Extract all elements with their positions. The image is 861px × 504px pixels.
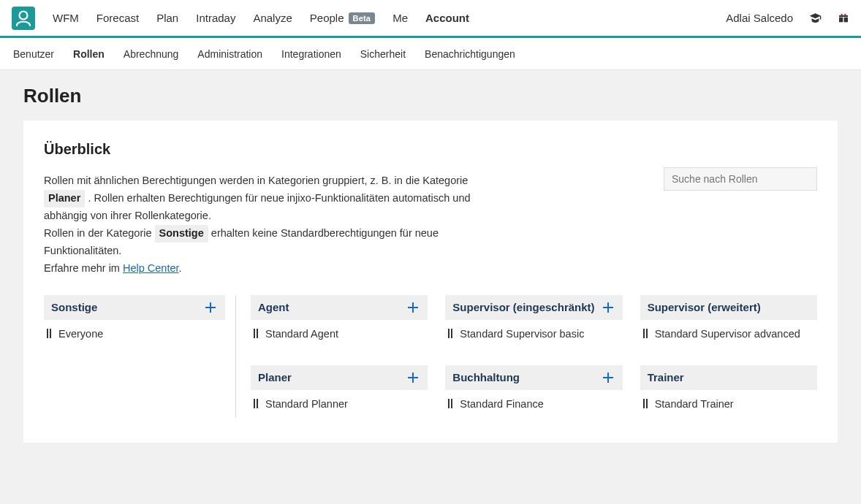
user-name[interactable]: Adlai Salcedo <box>726 12 793 24</box>
account-subnav: Benutzer Rollen Abrechnung Administratio… <box>0 38 861 70</box>
svg-rect-3 <box>839 15 848 17</box>
subnav-integrations[interactable]: Integrationen <box>281 48 341 60</box>
category-agent: Agent Standard Agent <box>251 295 428 348</box>
beta-badge: Beta <box>349 12 376 24</box>
nav-people[interactable]: People Beta <box>310 12 375 24</box>
role-item[interactable]: Standard Finance <box>445 390 622 418</box>
add-role-button[interactable] <box>406 370 420 385</box>
subnav-label: Administration <box>197 48 262 60</box>
logo-icon <box>12 7 35 30</box>
nav-account[interactable]: Account <box>425 12 469 24</box>
role-name: Everyone <box>58 328 103 340</box>
category-supervisor-basic: Supervisor (eingeschränkt) Standard Supe… <box>445 295 622 348</box>
subnav-security[interactable]: Sicherheit <box>360 48 406 60</box>
category-header: Buchhaltung <box>445 365 622 390</box>
gift-icon[interactable] <box>838 12 849 24</box>
drag-handle-icon[interactable] <box>643 329 648 338</box>
subnav-users[interactable]: Benutzer <box>13 48 54 60</box>
user-block: Adlai Salcedo <box>726 12 849 24</box>
overview-description: Rollen mit ähnlichen Berechtigungen werd… <box>44 172 490 278</box>
nav-plan[interactable]: Plan <box>156 12 178 24</box>
nav-analyze[interactable]: Analyze <box>253 12 292 24</box>
category-header: Sonstige <box>44 295 225 320</box>
nav-intraday[interactable]: Intraday <box>196 12 235 24</box>
help-center-link[interactable]: Help Center <box>123 262 179 274</box>
svg-point-0 <box>20 11 28 19</box>
category-title: Buchhaltung <box>452 371 520 383</box>
category-title: Agent <box>258 301 289 313</box>
role-item[interactable]: Standard Supervisor advanced <box>640 320 817 348</box>
subnav-label: Sicherheit <box>360 48 406 60</box>
category-header: Planer <box>251 365 428 390</box>
drag-handle-icon[interactable] <box>643 399 648 408</box>
nav-label: Forecast <box>96 12 139 24</box>
nav-label: Intraday <box>196 12 235 24</box>
category-header: Supervisor (eingeschränkt) <box>445 295 622 320</box>
nav-label: People <box>310 12 344 24</box>
nav-wfm[interactable]: WFM <box>53 12 79 24</box>
plus-icon <box>603 373 613 383</box>
overview-title: Überblick <box>44 141 664 158</box>
page-content: Rollen Überblick Rollen mit ähnlichen Be… <box>0 70 861 472</box>
drag-handle-icon[interactable] <box>47 329 51 338</box>
role-name: Standard Trainer <box>655 398 734 410</box>
subnav-label: Integrationen <box>281 48 341 60</box>
role-name: Standard Supervisor basic <box>460 328 584 340</box>
subnav-label: Rollen <box>73 48 105 60</box>
category-trainer: Trainer Standard Trainer <box>640 365 817 418</box>
add-role-button[interactable] <box>203 300 218 315</box>
drag-handle-icon[interactable] <box>254 329 258 338</box>
subnav-roles[interactable]: Rollen <box>73 48 105 60</box>
nav-label: Analyze <box>253 12 292 24</box>
role-name: Standard Planner <box>265 398 348 410</box>
subnav-notifications[interactable]: Benachrichtigungen <box>425 48 515 60</box>
subnav-billing[interactable]: Abrechnung <box>124 48 179 60</box>
svg-point-4 <box>841 13 843 15</box>
nav-label: Plan <box>156 12 178 24</box>
role-item[interactable]: Standard Supervisor basic <box>445 320 622 348</box>
category-header: Supervisor (erweitert) <box>640 295 817 320</box>
search-roles-input[interactable] <box>664 167 817 191</box>
subnav-label: Abrechnung <box>124 48 179 60</box>
plus-icon <box>205 302 216 313</box>
role-item[interactable]: Standard Planner <box>251 390 428 418</box>
category-title: Supervisor (eingeschränkt) <box>452 301 594 313</box>
drag-handle-icon[interactable] <box>448 329 452 338</box>
subnav-administration[interactable]: Administration <box>197 48 262 60</box>
nav-forecast[interactable]: Forecast <box>96 12 139 24</box>
top-app-bar: WFM Forecast Plan Intraday Analyze Peopl… <box>0 0 861 38</box>
subnav-label: Benachrichtigungen <box>425 48 515 60</box>
desc-text: Rollen in der Kategorie <box>44 227 155 239</box>
page-title: Rollen <box>23 85 838 107</box>
plus-icon <box>408 373 418 383</box>
role-name: Standard Finance <box>460 398 543 410</box>
drag-handle-icon[interactable] <box>448 399 452 408</box>
subnav-label: Benutzer <box>13 48 54 60</box>
role-item[interactable]: Everyone <box>44 320 225 348</box>
category-planer: Planer Standard Planner <box>251 365 428 418</box>
svg-point-5 <box>844 13 846 15</box>
plus-icon <box>603 302 613 313</box>
academy-icon[interactable] <box>809 12 822 24</box>
svg-rect-2 <box>844 17 848 22</box>
category-header: Trainer <box>640 365 817 390</box>
nav-me[interactable]: Me <box>392 12 408 24</box>
add-role-button[interactable] <box>601 370 615 385</box>
add-role-button[interactable] <box>406 300 420 315</box>
overview-card: Überblick Rollen mit ähnlichen Berechtig… <box>23 121 838 443</box>
role-item[interactable]: Standard Trainer <box>640 390 817 418</box>
role-item[interactable]: Standard Agent <box>251 320 428 348</box>
add-role-button[interactable] <box>601 300 615 315</box>
category-buchhaltung: Buchhaltung Standard Finance <box>445 365 622 418</box>
category-header: Agent <box>251 295 428 320</box>
category-sonstige: Sonstige Everyone <box>44 295 225 348</box>
desc-text: . <box>179 262 182 274</box>
app-logo[interactable] <box>12 7 35 30</box>
role-categories-grid: Sonstige Everyone Agent <box>44 295 817 418</box>
category-chip-planer: Planer <box>44 190 85 207</box>
role-name: Standard Supervisor advanced <box>655 328 800 340</box>
nav-label: Account <box>425 12 469 24</box>
svg-rect-1 <box>839 17 843 22</box>
nav-label: WFM <box>53 12 79 24</box>
drag-handle-icon[interactable] <box>254 399 258 408</box>
